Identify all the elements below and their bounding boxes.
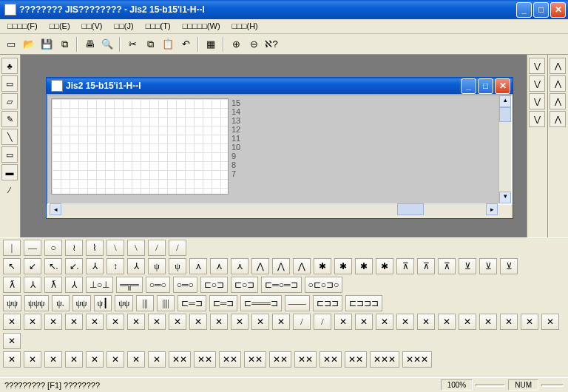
child-close-button[interactable]: ✕ <box>495 78 510 94</box>
palette-button[interactable]: ✕ <box>127 351 145 368</box>
paste-icon[interactable]: 📋 <box>160 36 176 53</box>
palette-button[interactable]: / <box>314 314 331 330</box>
menu-window[interactable]: □□□□□(W) <box>180 21 223 32</box>
scroll-left-icon[interactable]: ◂ <box>50 203 61 215</box>
palette-button[interactable]: / <box>169 240 186 256</box>
fill-icon[interactable]: ▬ <box>1 164 18 180</box>
palette-button[interactable]: ✕ <box>541 314 559 330</box>
palette-button[interactable]: ψ. <box>52 295 70 311</box>
palette-button[interactable]: ○═○ <box>146 277 170 293</box>
palette-button[interactable]: ⋏ <box>231 258 248 274</box>
scroll-down-icon[interactable]: ▾ <box>499 192 511 203</box>
menu-file[interactable]: □□□□(F) <box>4 21 41 32</box>
child-maximize-button[interactable]: □ <box>478 78 493 94</box>
palette-button[interactable]: ○⊏○⊐○ <box>305 277 343 293</box>
palette-button[interactable]: ⊏═○═⊐ <box>261 277 301 293</box>
help-icon[interactable]: ℵ? <box>263 36 280 53</box>
palette-button[interactable]: ✕✕ <box>219 351 241 368</box>
preview-icon[interactable]: 🔍 <box>99 36 115 53</box>
menu-help[interactable]: □□□(H) <box>229 21 261 32</box>
palette-button[interactable]: ⊼ <box>396 258 414 274</box>
palette-button[interactable]: ✕ <box>210 314 228 330</box>
palette-button[interactable]: ✕ <box>459 314 476 330</box>
horizontal-scrollbar[interactable]: ◂ ▸ <box>50 203 498 215</box>
palette-button[interactable]: ψ┃ <box>94 295 112 311</box>
palette-button[interactable]: ✕ <box>521 314 538 330</box>
palette-button[interactable]: ✕✕✕ <box>370 351 399 368</box>
palette-button[interactable]: ✕ <box>86 314 104 330</box>
palette-button[interactable]: ✕ <box>500 314 518 330</box>
zoom-out-icon[interactable]: ⊖ <box>246 36 262 53</box>
palette-button[interactable]: ⊏⊐⊐ <box>313 295 342 311</box>
palette-button[interactable]: ✕ <box>251 314 269 330</box>
scroll-thumb[interactable] <box>499 107 511 122</box>
palette-button[interactable]: ⊼ <box>417 258 435 274</box>
print-icon[interactable]: 🖶 <box>81 36 98 53</box>
grid-icon[interactable]: ▦ <box>203 36 219 53</box>
palette-button[interactable]: / <box>148 240 166 256</box>
palette-button[interactable]: ✕ <box>3 351 21 368</box>
palette-button[interactable]: ○═○ <box>173 277 197 293</box>
palette-button[interactable]: ⊏═⊐ <box>209 295 238 311</box>
palette-button[interactable]: — <box>24 240 41 256</box>
palette-button[interactable]: ✕ <box>272 314 290 330</box>
palette-button[interactable]: ↖ <box>3 258 21 274</box>
palette-button[interactable]: ⋏ <box>210 258 228 274</box>
palette-button[interactable]: ✕✕ <box>269 351 291 368</box>
palette-button[interactable]: ⋀ <box>293 258 311 274</box>
palette-button[interactable]: ⊏═⊐ <box>178 295 206 311</box>
palette-button[interactable]: ✕✕ <box>345 351 367 368</box>
palette-button[interactable]: ✱ <box>355 258 373 274</box>
palette-button[interactable]: ✕ <box>417 314 435 330</box>
palette-button[interactable]: ⋏ <box>189 258 207 274</box>
palette-button[interactable]: ✱ <box>334 258 352 274</box>
palette-button[interactable]: ⊼ <box>438 258 456 274</box>
palette-button[interactable]: ⅄ <box>86 258 104 274</box>
eyedrop-icon[interactable]: ⁄ <box>1 182 18 198</box>
palette-button[interactable]: ✱ <box>314 258 331 274</box>
palette-button[interactable]: ✕ <box>189 314 207 330</box>
pencil-icon[interactable]: ✎ <box>1 111 18 127</box>
close-button[interactable]: ✕ <box>550 2 566 18</box>
palette-button[interactable]: ✕✕ <box>244 351 266 368</box>
palette-button[interactable]: ═╦═ <box>116 277 143 293</box>
palette-button[interactable]: ƛ <box>44 277 62 293</box>
palette-button[interactable]: ○ <box>44 240 62 256</box>
palette-button[interactable]: ψψ <box>72 295 91 311</box>
select-icon[interactable]: ▭ <box>1 75 18 92</box>
palette-button[interactable]: ⅄ <box>65 277 83 293</box>
palette-button[interactable]: ✕ <box>231 314 248 330</box>
palette-button[interactable]: ⊥○⊥ <box>86 277 113 293</box>
palette-button[interactable]: ≀ <box>65 240 83 256</box>
palette-button[interactable]: ✕✕ <box>194 351 216 368</box>
glyph-f-icon[interactable]: ⋀ <box>550 75 566 92</box>
cut-icon[interactable]: ✂ <box>124 36 141 53</box>
palette-button[interactable]: ✕ <box>106 351 124 368</box>
glyph-g-icon[interactable]: ⋀ <box>550 93 566 109</box>
palette-button[interactable]: ✕✕✕ <box>402 351 432 368</box>
palette-button[interactable]: ⅄ <box>127 258 145 274</box>
rect-icon[interactable]: ▭ <box>1 146 18 163</box>
palette-button[interactable]: ψψ <box>3 295 21 311</box>
palette-button[interactable]: |||| <box>157 295 175 311</box>
palette-button[interactable]: ✕✕ <box>294 351 317 368</box>
palette-button[interactable]: ⊻ <box>459 258 476 274</box>
palette-button[interactable]: ψ <box>148 258 166 274</box>
new-icon[interactable]: ▭ <box>3 36 19 53</box>
palette-button[interactable]: ⅄ <box>24 277 41 293</box>
scroll-right-icon[interactable]: ▸ <box>486 203 498 215</box>
palette-button[interactable]: ⋀ <box>251 258 269 274</box>
palette-button[interactable]: ✕ <box>106 314 124 330</box>
palette-button[interactable]: ✱ <box>376 258 393 274</box>
palette-button[interactable]: ✕ <box>65 351 83 368</box>
glyph-e-icon[interactable]: ⋀ <box>550 58 566 74</box>
palette-button[interactable]: ✕ <box>127 314 145 330</box>
hscroll-thumb[interactable] <box>397 203 424 215</box>
minimize-button[interactable]: _ <box>516 2 532 18</box>
palette-button[interactable]: ↙. <box>65 258 83 274</box>
palette-button[interactable]: ψψψ <box>24 295 49 311</box>
save-icon[interactable]: 💾 <box>38 36 55 53</box>
zoom-in-icon[interactable]: ⊕ <box>228 36 244 53</box>
palette-button[interactable]: ƛ <box>3 277 21 293</box>
undo-icon[interactable]: ↶ <box>178 36 194 53</box>
